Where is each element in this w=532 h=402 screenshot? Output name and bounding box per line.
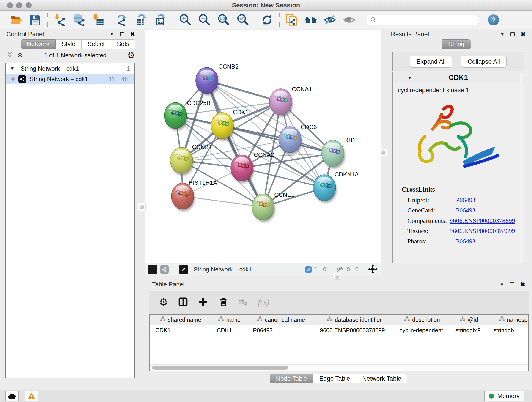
refresh-icon[interactable]: [261, 13, 273, 26]
warning-button[interactable]: [25, 391, 38, 401]
table-cell[interactable]: CDK1: [150, 327, 211, 334]
network-node[interactable]: CDKN1A: [313, 171, 359, 203]
panel-float-icon[interactable]: [510, 282, 514, 287]
network-canvas[interactable]: CCNB2CCNA1CDC25BCDK1CDC6RB1CCNB1CCNA2CDK…: [145, 30, 381, 263]
table-horizontal-scrollbar[interactable]: [150, 364, 528, 370]
tab-network[interactable]: Network: [21, 39, 56, 49]
panel-close-icon[interactable]: ✖: [520, 281, 525, 287]
open-session-icon[interactable]: [10, 13, 22, 26]
network-node[interactable]: CCNE1: [252, 191, 294, 222]
tab-edge-table[interactable]: Edge Table: [313, 374, 356, 383]
show-all-icon[interactable]: [343, 13, 355, 26]
tab-select[interactable]: Select: [82, 39, 111, 49]
add-column-icon[interactable]: [198, 297, 208, 308]
search-input[interactable]: [379, 16, 476, 24]
hidden-eye-icon[interactable]: [336, 265, 344, 274]
first-neighbors-icon[interactable]: [304, 13, 317, 26]
scrollbar-thumb[interactable]: [152, 366, 288, 370]
tab-string[interactable]: String: [442, 39, 471, 49]
import-network-file-icon[interactable]: [53, 13, 66, 26]
help-button[interactable]: ?: [488, 14, 499, 26]
column-header-shared-name[interactable]: shared name: [150, 315, 211, 325]
column-header-description[interactable]: description: [394, 315, 450, 325]
tab-style[interactable]: Style: [56, 39, 82, 49]
crosslink-link[interactable]: P06493: [456, 196, 476, 204]
network-node[interactable]: CDC25B: [164, 99, 210, 131]
table-row[interactable]: CDK1CDK1P064939606.ENSP00000378699cyclin…: [150, 325, 528, 336]
column-header-database-identifier[interactable]: database identifier: [314, 315, 394, 325]
duplicate-network-icon[interactable]: [285, 13, 298, 26]
zoom-window-button[interactable]: [26, 2, 32, 8]
table-cell[interactable]: stringdb:9...: [450, 327, 488, 334]
table-cell[interactable]: cyclin-dependent ...: [394, 327, 450, 334]
entry-expander-icon[interactable]: ▼: [407, 75, 412, 80]
table-settings-gear-icon[interactable]: ⚙: [159, 297, 168, 307]
crosshair-icon[interactable]: [368, 264, 378, 275]
export-table-icon[interactable]: [135, 13, 148, 26]
network-row[interactable]: String Network – cdk1 11 48: [6, 74, 134, 84]
hide-selected-icon[interactable]: [323, 13, 336, 26]
selected-checkbox-icon[interactable]: [305, 266, 312, 273]
panel-float-icon[interactable]: [510, 32, 515, 36]
bottom-splitter-handle[interactable]: [334, 274, 341, 280]
panel-collapse-icon[interactable]: ▼: [500, 282, 504, 287]
table-cell[interactable]: 9606.ENSP00000378699: [314, 327, 394, 334]
zoom-in-icon[interactable]: [179, 13, 191, 26]
table-cell[interactable]: P06493: [247, 327, 314, 334]
grid-view-icon[interactable]: [148, 265, 157, 274]
table-cell[interactable]: stringdb: [488, 327, 529, 334]
crosslink-link[interactable]: P06493: [456, 238, 476, 245]
zoom-selected-icon[interactable]: [236, 13, 249, 26]
expand-all-button[interactable]: Expand All: [410, 56, 452, 68]
birds-eye-view-icon[interactable]: [179, 265, 188, 274]
import-table-file-icon[interactable]: [92, 13, 104, 26]
column-header-canonical-name[interactable]: canonical name: [247, 315, 314, 325]
close-window-button[interactable]: [7, 2, 13, 8]
delete-column-icon[interactable]: [218, 297, 228, 308]
cloud-button[interactable]: [6, 391, 19, 401]
crosslink-link[interactable]: P06493: [456, 207, 476, 214]
gear-icon[interactable]: ⚙: [127, 51, 135, 60]
network-collection-row[interactable]: ▼ String Network – cdk1 1: [6, 63, 134, 74]
search-box[interactable]: [367, 15, 479, 25]
column-header-namespace[interactable]: namespace: [488, 315, 528, 325]
tab-sets[interactable]: Sets: [111, 39, 135, 49]
tree-expander-icon[interactable]: ▼: [10, 66, 17, 71]
network-share-icon[interactable]: [160, 265, 169, 274]
crosslink-link[interactable]: 9606.ENSP00000378699: [450, 217, 515, 224]
memory-button[interactable]: Memory: [484, 391, 524, 401]
network-node[interactable]: CCNB2: [196, 63, 239, 96]
minimize-window-button[interactable]: [16, 2, 22, 8]
network-graph[interactable]: CCNB2CCNA1CDC25BCDK1CDC6RB1CCNB1CCNA2CDK…: [145, 30, 381, 263]
results-scrollbar[interactable]: [520, 73, 523, 262]
panel-close-icon[interactable]: ✖: [130, 31, 135, 37]
delete-table-icon[interactable]: [239, 297, 248, 307]
network-node[interactable]: CDC6: [279, 123, 317, 155]
tab-network-table[interactable]: Network Table: [356, 374, 408, 383]
export-image-icon[interactable]: [154, 13, 167, 26]
function-builder-icon[interactable]: f(x): [258, 298, 269, 307]
table-cell[interactable]: CDK1: [211, 327, 247, 334]
column-header--id[interactable]: @id: [450, 315, 488, 325]
collapse-all-icon[interactable]: [6, 51, 13, 59]
save-session-icon[interactable]: [29, 13, 42, 26]
show-columns-icon[interactable]: [178, 297, 188, 308]
zoom-fit-icon[interactable]: [217, 13, 230, 26]
panel-float-icon[interactable]: [120, 32, 124, 36]
tab-node-table[interactable]: Node Table: [270, 374, 313, 383]
panel-collapse-icon[interactable]: ▼: [500, 32, 505, 36]
network-node[interactable]: HIST1H1A: [171, 179, 217, 211]
gene-entry-header[interactable]: ▼ CDK1: [393, 72, 524, 83]
import-network-database-icon[interactable]: [72, 13, 85, 26]
zoom-out-icon[interactable]: [198, 13, 211, 26]
expand-all-icon[interactable]: [17, 51, 23, 59]
panel-close-icon[interactable]: ✖: [520, 31, 526, 37]
collapse-all-button[interactable]: Collapse All: [461, 56, 507, 68]
network-node[interactable]: RB1: [322, 137, 356, 168]
left-splitter-handle[interactable]: [138, 203, 146, 211]
crosslink-link[interactable]: 9606.ENSP00000378699: [450, 227, 515, 235]
column-header-name[interactable]: name: [211, 315, 247, 325]
export-network-icon[interactable]: [116, 13, 129, 26]
right-splitter-handle[interactable]: [379, 148, 387, 156]
panel-collapse-icon[interactable]: ▼: [109, 32, 114, 36]
